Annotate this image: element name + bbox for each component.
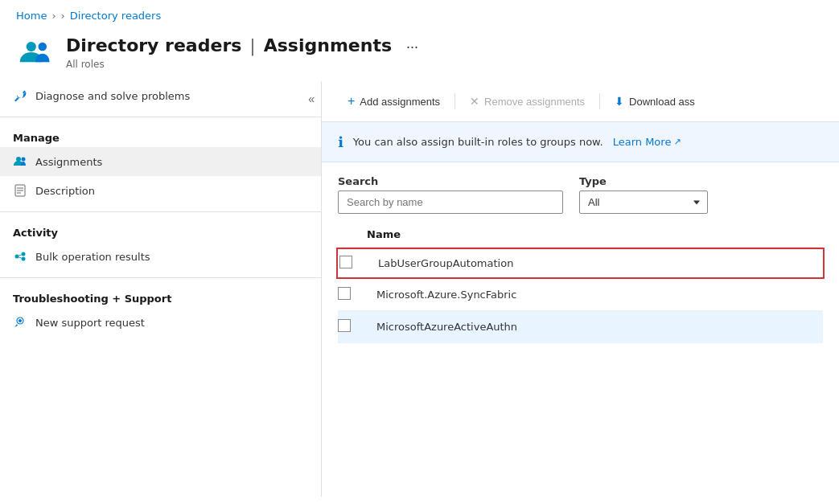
assignments-table: Name LabUserGroupAutomation Microsoft.Az…	[322, 222, 839, 343]
header-text-group: Directory readers | Assignments ··· All …	[66, 33, 425, 70]
directory-readers-icon	[19, 35, 52, 69]
sidebar-item-description[interactable]: Description	[0, 176, 321, 205]
page-header: Directory readers | Assignments ··· All …	[0, 28, 839, 81]
breadcrumb: Home › › Directory readers	[0, 0, 839, 28]
page-icon	[16, 33, 55, 72]
more-options-button[interactable]: ···	[400, 36, 425, 57]
layout: « Diagnose and solve problems Manage Ass…	[0, 81, 839, 497]
manage-section-title: Manage	[0, 124, 321, 147]
svg-point-14	[19, 319, 22, 322]
row-3-checkbox[interactable]	[338, 319, 351, 332]
info-banner: ℹ You can also assign built-in roles to …	[322, 122, 839, 162]
sidebar-item-diagnose[interactable]: Diagnose and solve problems	[0, 81, 321, 110]
row-1-name: LabUserGroupAutomation	[378, 257, 821, 269]
header-subtitle: All roles	[66, 59, 425, 70]
search-label: Search	[338, 175, 563, 187]
row-3-name: MicrosoftAzureActiveAuthn	[376, 321, 823, 333]
svg-point-0	[27, 42, 36, 51]
sidebar-item-bulk-label: Bulk operation results	[35, 251, 150, 263]
remove-icon: ✕	[470, 95, 479, 108]
collapse-sidebar-button[interactable]: «	[302, 89, 321, 109]
type-group: Type All User Group Service Principal	[579, 175, 708, 214]
svg-point-1	[39, 43, 47, 51]
sidebar-item-bulk-operation[interactable]: Bulk operation results	[0, 242, 321, 271]
sidebar-item-description-label: Description	[35, 185, 95, 197]
type-select-wrapper: All User Group Service Principal	[579, 191, 708, 214]
breadcrumb-sep1: ›	[51, 10, 56, 22]
sidebar-item-support[interactable]: New support request	[0, 308, 321, 337]
row-2-name: Microsoft.Azure.SyncFabric	[376, 289, 823, 301]
info-message: You can also assign built-in roles to gr…	[353, 136, 603, 148]
toolbar-sep-2	[599, 93, 600, 109]
wrench-icon	[13, 88, 27, 103]
page-title: Directory readers | Assignments ···	[66, 33, 425, 57]
download-icon: ⬇	[615, 95, 624, 108]
svg-point-8	[15, 255, 19, 259]
breadcrumb-current[interactable]: Directory readers	[70, 10, 161, 22]
add-assignments-button[interactable]: + Add assignments	[338, 89, 450, 113]
sidebar-divider-2	[0, 211, 321, 212]
sidebar-divider-3	[0, 277, 321, 278]
breadcrumb-sep2: ›	[61, 10, 65, 22]
search-area: Search Type All User Group Service Princ…	[322, 162, 839, 222]
type-label: Type	[579, 175, 708, 187]
toolbar-sep-1	[454, 93, 455, 109]
row-2-check-col	[338, 287, 367, 302]
table-row: LabUserGroupAutomation	[336, 248, 825, 279]
external-link-icon: ↗	[673, 137, 681, 147]
row-2-checkbox[interactable]	[338, 287, 351, 300]
search-group: Search	[338, 175, 563, 214]
description-icon	[13, 183, 27, 198]
svg-point-10	[22, 257, 26, 261]
download-assignments-button[interactable]: ⬇ Download ass	[605, 90, 705, 113]
table-header: Name	[338, 222, 823, 248]
info-icon: ℹ	[338, 133, 343, 150]
svg-point-3	[22, 158, 26, 162]
header-name-col: Name	[367, 228, 823, 240]
troubleshooting-section-title: Troubleshooting + Support	[0, 285, 321, 308]
main-content: + Add assignments ✕ Remove assignments ⬇…	[322, 81, 839, 497]
sidebar-item-assignments[interactable]: Assignments	[0, 147, 321, 176]
learn-more-link[interactable]: Learn More ↗	[613, 136, 681, 148]
sidebar: « Diagnose and solve problems Manage Ass…	[0, 81, 322, 497]
search-input[interactable]	[338, 191, 563, 214]
sidebar-item-support-label: New support request	[35, 317, 145, 329]
breadcrumb-home[interactable]: Home	[16, 10, 47, 22]
svg-line-11	[19, 255, 22, 256]
support-icon	[13, 315, 27, 330]
svg-point-9	[22, 252, 26, 256]
row-3-check-col	[338, 319, 367, 334]
sidebar-item-diagnose-label: Diagnose and solve problems	[35, 90, 190, 102]
toolbar: + Add assignments ✕ Remove assignments ⬇…	[322, 81, 839, 122]
svg-line-12	[19, 257, 22, 258]
remove-assignments-button[interactable]: ✕ Remove assignments	[460, 90, 594, 113]
assignments-icon	[13, 154, 27, 169]
bulk-operation-icon	[13, 249, 27, 264]
table-row: MicrosoftAzureActiveAuthn	[338, 311, 823, 343]
row-1-checkbox[interactable]	[339, 256, 352, 268]
type-select[interactable]: All User Group Service Principal	[579, 191, 708, 214]
add-icon: +	[348, 94, 355, 109]
activity-section-title: Activity	[0, 219, 321, 242]
row-1-check-col	[339, 256, 368, 271]
table-row: Microsoft.Azure.SyncFabric	[338, 279, 823, 311]
sidebar-item-assignments-label: Assignments	[35, 156, 102, 168]
sidebar-divider-1	[0, 117, 321, 117]
